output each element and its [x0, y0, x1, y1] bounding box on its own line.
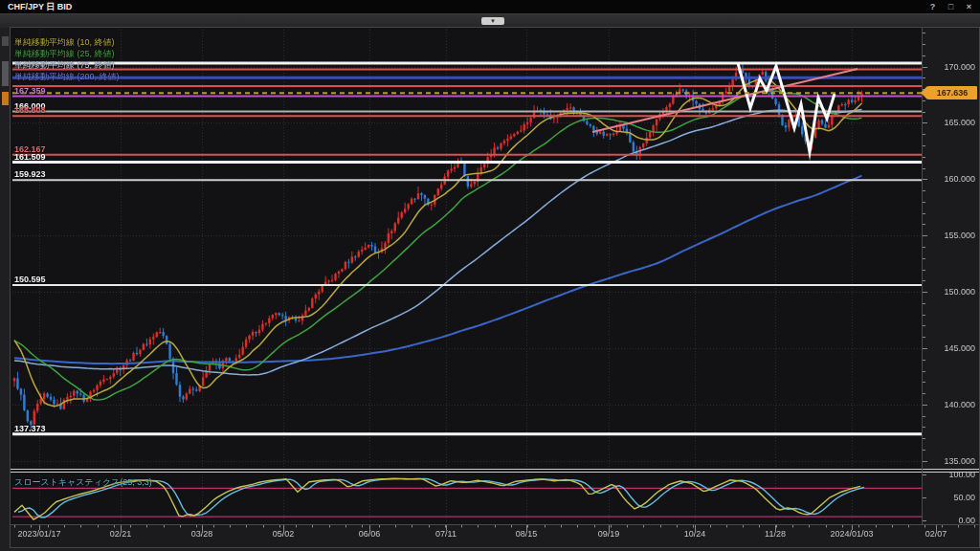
x-axis-label: 10/24	[657, 529, 733, 539]
chart-frame: 単純移動平均線 (10, 終値) 単純移動平均線 (25, 終値) 単純移動平均…	[10, 27, 980, 548]
collapsed-toolbar: ▼	[0, 13, 980, 28]
sma-legend: 単純移動平均線 (10, 終値) 単純移動平均線 (25, 終値) 単純移動平均…	[14, 36, 120, 82]
y-axis-label: 145.000	[925, 343, 975, 353]
sma-legend-item-200: 単純移動平均線 (200, 終値)	[14, 71, 120, 82]
left-edge-tab[interactable]	[2, 36, 9, 46]
y-axis-label: 140.000	[925, 400, 975, 409]
price-line-label: 137.373	[14, 424, 46, 433]
window-title: CHF/JPY 日 BID	[0, 2, 72, 11]
x-axis-label: 08/15	[488, 529, 565, 539]
x-axis-label: 11/28	[737, 529, 813, 539]
price-chart-canvas[interactable]	[11, 28, 979, 547]
x-axis-label: 06/06	[331, 529, 408, 539]
sma-legend-item-75: 単純移動平均線 (75, 終値)	[14, 59, 120, 71]
left-edge-tab[interactable]	[2, 61, 9, 86]
x-axis-label: 09/19	[570, 529, 647, 539]
price-line-label: 150.595	[14, 275, 46, 284]
x-axis-label: 03/28	[164, 529, 240, 539]
left-edge-tab[interactable]	[2, 92, 9, 105]
window-controls: ? □ ×	[922, 0, 972, 13]
x-axis-label: 05/02	[245, 529, 322, 539]
stochastic-legend: スローストキャスティクス(25, 3,3)	[14, 476, 152, 489]
x-axis-label: 2024/01/03	[813, 529, 890, 539]
x-axis-label: 2023/01/17	[1, 529, 78, 539]
sma-legend-item-25: 単純移動平均線 (25, 終値)	[14, 48, 120, 59]
stoch-axis-label: 50.00	[925, 493, 975, 502]
price-line-label: 165.608	[14, 105, 46, 115]
title-bar: CHF/JPY 日 BID ? □ ×	[0, 0, 980, 13]
toolbar-collapse-button[interactable]: ▼	[481, 17, 504, 25]
stoch-axis-label: 0.00	[925, 516, 975, 525]
y-axis-label: 170.000	[925, 62, 975, 72]
y-axis-label: 165.000	[925, 118, 975, 127]
y-axis-label: 160.000	[925, 174, 975, 184]
price-line-label: 161.509	[14, 152, 46, 162]
stoch-axis-label: 100.00	[925, 470, 975, 479]
close-button[interactable]: ×	[967, 0, 972, 13]
maximize-button[interactable]: □	[948, 0, 954, 13]
y-axis-label: 155.000	[925, 231, 975, 240]
price-line-label: 167.359	[14, 86, 46, 96]
y-axis-label: 135.000	[925, 456, 975, 466]
current-price-badge: 167.636	[927, 86, 977, 99]
sma-legend-item-10: 単純移動平均線 (10, 終値)	[14, 36, 120, 48]
current-price-arrow	[921, 86, 927, 99]
x-axis-label: 07/11	[408, 529, 484, 539]
help-button[interactable]: ?	[930, 0, 937, 13]
x-axis-label: 02/21	[82, 529, 159, 539]
x-axis-label: 02/07	[898, 529, 974, 539]
price-line-label: 159.923	[14, 169, 46, 179]
y-axis-label: 150.000	[925, 287, 975, 297]
